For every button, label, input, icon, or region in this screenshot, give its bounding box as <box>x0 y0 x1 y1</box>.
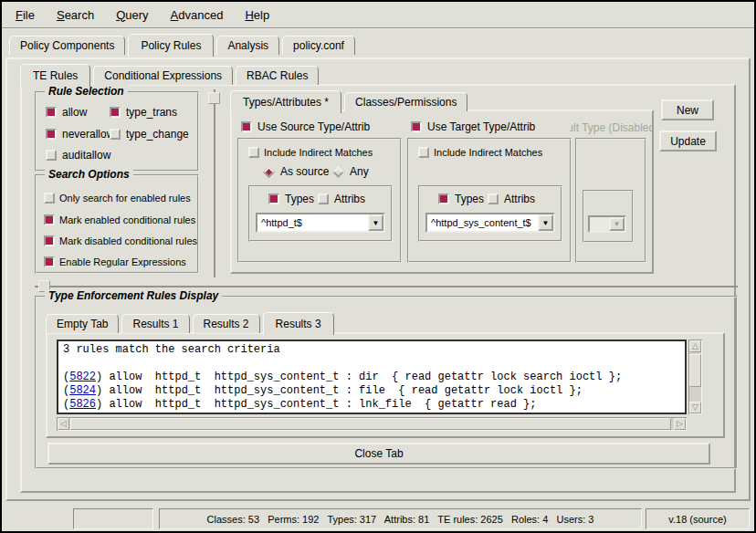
checkbox-label: Mark enabled conditional rules <box>59 214 195 225</box>
checkbox-box <box>44 256 55 267</box>
vertical-sash-handle[interactable] <box>208 92 220 104</box>
checkbox-type-trans[interactable]: type_trans <box>110 106 177 119</box>
tab-analysis[interactable]: Analysis <box>216 36 279 55</box>
menu-advanced[interactable]: Advanced <box>163 5 232 25</box>
checkbox-enable-regex[interactable]: Enable Regular Expressions <box>44 256 186 267</box>
target-type-combobox[interactable]: ^httpd_sys_content_t$ ▼ <box>425 213 555 233</box>
scroll-left-icon[interactable]: ◁ <box>58 418 69 430</box>
checkbox-source-attribs[interactable]: Attribs <box>318 193 365 205</box>
checkbox-label: auditallow <box>62 149 110 162</box>
checkbox-label: allow <box>62 106 87 119</box>
checkbox-use-source-type[interactable]: Use Source Type/Attrib <box>241 120 370 133</box>
results-summary: 3 rules match the search criteria <box>63 343 680 357</box>
checkbox-box <box>418 147 429 158</box>
blank-line <box>63 357 680 371</box>
checkbox-mark-enabled-conditional[interactable]: Mark enabled conditional rules <box>44 214 195 225</box>
checkbox-box <box>318 193 329 204</box>
checkbox-label: Use Source Type/Attrib <box>257 120 370 133</box>
checkbox-label: type_trans <box>126 106 177 119</box>
radio-diamond <box>263 166 275 178</box>
tab-policy-conf[interactable]: policy.conf <box>282 36 355 55</box>
tab-results-3[interactable]: Results 3 <box>263 312 334 335</box>
hscroll-thumb[interactable] <box>70 418 671 430</box>
search-options-group: Search Options Only search for enabled r… <box>35 174 199 274</box>
main-tabrow: Policy Components Policy Rules Analysis … <box>9 34 358 55</box>
checkbox-only-enabled-rules[interactable]: Only search for enabled rules <box>44 193 191 204</box>
menu-help[interactable]: Help <box>236 5 278 25</box>
checkbox-source-types[interactable]: Types <box>268 193 314 205</box>
scroll-up-icon[interactable]: △ <box>689 340 701 352</box>
menubar: File Search Query Advanced Help <box>2 2 754 29</box>
combobox-dropdown-icon[interactable]: ▼ <box>538 214 553 231</box>
checkbox-allow[interactable]: allow <box>46 106 87 119</box>
checkbox-label: type_change <box>126 128 189 141</box>
checkbox-box <box>438 193 449 204</box>
checkbox-target-types[interactable]: Types <box>438 193 484 205</box>
rule-line: (5822) allow httpd_t httpd_sys_content_t… <box>63 371 680 384</box>
checkbox-box <box>44 235 55 246</box>
checkbox-box <box>248 147 259 158</box>
checkbox-auditallow[interactable]: auditallow <box>46 149 110 162</box>
checkbox-use-target-type[interactable]: Use Target Type/Attrib <box>411 120 535 133</box>
update-button[interactable]: Update <box>659 131 717 152</box>
default-type-label: Default Type (Disabled) <box>570 121 652 135</box>
checkbox-neverallow[interactable]: neverallow <box>46 128 114 141</box>
source-type-combobox-value: ^httpd_t$ <box>257 214 368 231</box>
checkbox-label: Types <box>285 193 314 205</box>
combobox-dropdown-icon[interactable]: ▼ <box>368 214 383 231</box>
rule-id-link[interactable]: 5822 <box>69 371 96 383</box>
radio-diamond <box>332 166 344 178</box>
checkbox-box <box>44 193 55 204</box>
target-type-combobox-value: ^httpd_sys_content_t$ <box>427 214 538 231</box>
tab-results-2[interactable]: Results 2 <box>193 314 260 333</box>
results-group-title: Type Enforcement Rules Display <box>45 289 222 302</box>
checkbox-box <box>268 193 279 204</box>
radio-label: As source <box>280 165 329 178</box>
scroll-right-icon[interactable]: ▷ <box>674 418 686 430</box>
tab-classes-permissions[interactable]: Classes/Permissions <box>344 92 467 111</box>
checkbox-label: Types <box>455 193 484 205</box>
close-tab-button[interactable]: Close Tab <box>47 443 710 465</box>
checkbox-target-indirect[interactable]: Include Indirect Matches <box>418 147 542 158</box>
checkbox-label: neverallow <box>62 128 114 141</box>
tab-policy-rules[interactable]: Policy Rules <box>128 34 214 57</box>
tab-conditional-expressions[interactable]: Conditional Expressions <box>93 66 233 85</box>
tab-rbac-rules[interactable]: RBAC Rules <box>236 66 319 85</box>
checkbox-label: Mark disabled conditional rules <box>59 235 197 246</box>
new-button[interactable]: New <box>661 99 714 120</box>
menu-query[interactable]: Query <box>108 5 156 25</box>
checkbox-source-indirect[interactable]: Include Indirect Matches <box>248 147 373 158</box>
checkbox-target-attribs[interactable]: Attribs <box>488 193 535 205</box>
checkbox-label: Include Indirect Matches <box>264 147 373 158</box>
scroll-down-icon[interactable]: ▽ <box>689 402 701 413</box>
checkbox-box <box>488 193 499 204</box>
checkbox-type-change[interactable]: type_change <box>110 128 189 141</box>
tab-policy-components[interactable]: Policy Components <box>9 36 125 55</box>
menu-search[interactable]: Search <box>48 5 102 25</box>
rule-body: allow httpd_t httpd_sys_content_t : lnk_… <box>102 398 536 411</box>
tab-types-attributes[interactable]: Types/Attributes * <box>230 90 341 113</box>
checkbox-box <box>46 150 57 161</box>
source-type-combobox[interactable]: ^httpd_t$ ▼ <box>256 213 385 233</box>
status-version-field: v.18 (source) <box>646 508 750 529</box>
results-hscrollbar[interactable]: ◁ ▷ <box>57 417 687 431</box>
ta-tabrow: Types/Attributes * Classes/Permissions <box>230 90 470 111</box>
rule-id-link[interactable]: 5824 <box>69 384 96 397</box>
vscroll-thumb[interactable] <box>689 354 701 387</box>
menu-file[interactable]: File <box>7 5 43 25</box>
radio-as-source[interactable]: As source <box>263 165 329 178</box>
rule-id-link[interactable]: 5826 <box>69 398 96 411</box>
tab-results-1[interactable]: Results 1 <box>121 314 189 333</box>
tab-empty-tab[interactable]: Empty Tab <box>46 314 119 333</box>
checkbox-box <box>241 121 252 132</box>
vertical-sash <box>214 89 215 277</box>
results-vscrollbar[interactable]: △ ▽ <box>688 340 702 414</box>
tab-te-rules[interactable]: TE Rules <box>20 64 90 87</box>
checkbox-label: Enable Regular Expressions <box>59 256 186 267</box>
checkbox-mark-disabled-conditional[interactable]: Mark disabled conditional rules <box>44 235 197 246</box>
checkbox-box <box>46 107 57 118</box>
checkbox-label: Use Target Type/Attrib <box>427 120 535 133</box>
radio-any[interactable]: Any <box>332 165 369 178</box>
rule-body: allow httpd_t httpd_sys_content_t : dir … <box>102 371 622 383</box>
results-text-area[interactable]: 3 rules match the search criteria (5822)… <box>57 340 687 414</box>
